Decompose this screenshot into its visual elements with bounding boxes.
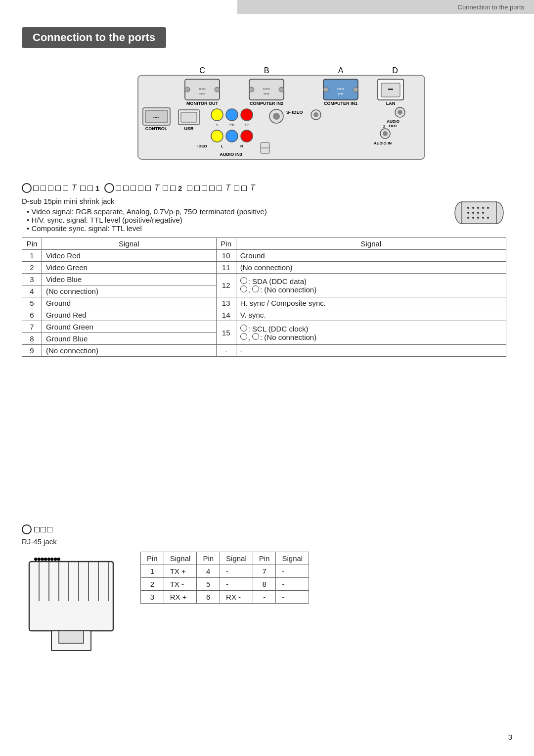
col-pin-1: Pin bbox=[22, 238, 42, 250]
circle-icon bbox=[22, 183, 32, 193]
svg-text:▬: ▬ bbox=[388, 86, 393, 91]
vga-icon bbox=[452, 197, 506, 231]
svg-text:▪▪▪▪: ▪▪▪▪ bbox=[264, 92, 269, 96]
svg-text:D: D bbox=[392, 66, 398, 75]
col-pin-2: Pin bbox=[216, 238, 236, 250]
page-title: Connection to the ports bbox=[22, 27, 166, 48]
svg-point-78 bbox=[487, 217, 489, 219]
svg-point-69 bbox=[487, 207, 489, 209]
lan-circle-icon bbox=[22, 524, 32, 534]
svg-point-77 bbox=[482, 217, 484, 219]
svg-text:▪▪▪▪▪: ▪▪▪▪▪ bbox=[337, 87, 344, 91]
dsub-section: D-sub 15pin mini shrink jack Video signa… bbox=[22, 197, 506, 233]
connector-heading: T 1 T 2 T T bbox=[22, 183, 506, 193]
svg-point-76 bbox=[477, 217, 479, 219]
header-bar: Connection to the ports bbox=[237, 0, 534, 14]
bullet-3: Composite sync. signal: TTL level bbox=[27, 224, 506, 233]
svg-point-55 bbox=[241, 130, 253, 142]
lan-content: ●●●●●●●● Pin Si bbox=[22, 552, 506, 662]
table-row: 1Video Red 10Ground bbox=[22, 250, 506, 262]
svg-text:OUT: OUT bbox=[389, 124, 398, 128]
sq5 bbox=[63, 186, 68, 191]
svg-text:▪▪▪▪: ▪▪▪▪ bbox=[338, 92, 344, 96]
svg-point-36 bbox=[241, 109, 253, 121]
svg-text:S- IDEO: S- IDEO bbox=[286, 110, 303, 115]
rj45-drawing: ●●●●●●●● bbox=[22, 552, 121, 662]
svg-text:R: R bbox=[240, 144, 243, 148]
svg-text:COMPUTER IN2: COMPUTER IN2 bbox=[250, 101, 283, 106]
table-row: 5Ground 13H. sync / Composite sync. bbox=[22, 297, 506, 309]
rj45-label: RJ-45 jack bbox=[22, 537, 506, 546]
svg-text:L: L bbox=[221, 144, 223, 148]
svg-point-35 bbox=[226, 109, 238, 121]
svg-point-18 bbox=[185, 87, 190, 92]
svg-point-19 bbox=[215, 87, 220, 92]
col-signal-1: Signal bbox=[42, 238, 217, 250]
svg-text:▪▪▪▪▪: ▪▪▪▪▪ bbox=[263, 87, 270, 91]
connector-diagram: A B C D ▪▪▪▪▪ ▪▪▪▪ ▪▪▪▪▪ ▪▪▪▪ ▪▪▪▪▪ ▪▪▪▪… bbox=[22, 64, 511, 173]
svg-text:AUDIO IN3: AUDIO IN3 bbox=[220, 152, 242, 157]
svg-point-73 bbox=[482, 212, 484, 214]
lan-section: RJ-45 jack ●●●●●●●● bbox=[22, 524, 506, 662]
page-number: 3 bbox=[508, 733, 512, 741]
svg-point-68 bbox=[482, 207, 484, 209]
svg-text:USB: USB bbox=[184, 126, 194, 131]
svg-text:Pb: Pb bbox=[229, 123, 234, 127]
svg-point-34 bbox=[211, 109, 223, 121]
sq4 bbox=[55, 186, 61, 191]
table-row: 2TX - 5- 8- bbox=[141, 578, 309, 591]
svg-text:B: B bbox=[264, 66, 269, 75]
bullet-1: Video signal: RGB separate, Analog, 0.7V… bbox=[27, 207, 506, 216]
svg-point-70 bbox=[467, 212, 469, 214]
svg-text:AUDIO IN: AUDIO IN bbox=[374, 141, 392, 145]
sq3 bbox=[48, 186, 53, 191]
svg-text:C: C bbox=[199, 66, 205, 75]
table-row: 7Ground Green 15 : SCL (DDC clock) , : (… bbox=[22, 321, 506, 333]
svg-text:AUDIO: AUDIO bbox=[387, 119, 400, 124]
svg-point-13 bbox=[249, 87, 254, 92]
sq1 bbox=[33, 186, 39, 191]
svg-point-72 bbox=[477, 212, 479, 214]
svg-point-71 bbox=[472, 212, 474, 214]
table-row: 6Ground Red 14V. sync. bbox=[22, 309, 506, 321]
svg-point-38 bbox=[273, 113, 280, 120]
svg-text:Y: Y bbox=[216, 123, 219, 127]
svg-text:Pr: Pr bbox=[245, 123, 249, 127]
col-signal-2: Signal bbox=[236, 238, 506, 250]
dsub-bullets: Video signal: RGB separate, Analog, 0.7V… bbox=[27, 207, 506, 233]
svg-point-53 bbox=[211, 130, 223, 142]
computer-in-section: T 1 T 2 T T bbox=[22, 183, 506, 357]
header-title: Connection to the ports bbox=[458, 3, 524, 11]
svg-point-54 bbox=[226, 130, 238, 142]
svg-point-14 bbox=[279, 87, 284, 92]
svg-point-65 bbox=[467, 207, 469, 209]
sq2 bbox=[41, 186, 46, 191]
sq-l3 bbox=[47, 527, 52, 532]
svg-point-43 bbox=[398, 110, 402, 115]
svg-text:MONITOR OUT: MONITOR OUT bbox=[186, 101, 218, 106]
svg-point-9 bbox=[353, 87, 358, 92]
svg-point-41 bbox=[313, 112, 318, 117]
svg-rect-90 bbox=[59, 631, 84, 643]
lan-table: Pin Signal Pin Signal Pin Signal 1TX + 4… bbox=[140, 552, 309, 604]
table-row: 3Video Blue 12 : SDA (DDC data) , : (No … bbox=[22, 274, 506, 285]
svg-point-66 bbox=[472, 207, 474, 209]
svg-text:▪▪▪▪▪: ▪▪▪▪▪ bbox=[199, 87, 206, 91]
bullet-2: H/V. sync. signal: TTL level (positive/n… bbox=[27, 216, 506, 224]
svg-point-47 bbox=[383, 131, 388, 136]
sq-l1 bbox=[34, 527, 40, 532]
svg-text:LAN: LAN bbox=[386, 101, 396, 106]
sq-l2 bbox=[41, 527, 46, 532]
ports-diagram-svg: A B C D ▪▪▪▪▪ ▪▪▪▪ ▪▪▪▪▪ ▪▪▪▪ ▪▪▪▪▪ ▪▪▪▪… bbox=[98, 64, 435, 163]
svg-text:2: 2 bbox=[383, 124, 386, 129]
svg-text:▪▪▪▪: ▪▪▪▪ bbox=[153, 115, 159, 120]
table-row: 3RX + 6RX - -- bbox=[141, 591, 309, 604]
t1-label: T bbox=[72, 184, 77, 192]
table-row: 9(No connection) -- bbox=[22, 345, 506, 357]
svg-rect-80 bbox=[29, 562, 113, 631]
svg-text:IDEO: IDEO bbox=[197, 144, 207, 148]
svg-text:CONTROL: CONTROL bbox=[145, 126, 168, 131]
svg-point-67 bbox=[477, 207, 479, 209]
dsub-description: D-sub 15pin mini shrink jack bbox=[22, 197, 506, 205]
svg-text:▪▪▪▪: ▪▪▪▪ bbox=[199, 92, 205, 96]
